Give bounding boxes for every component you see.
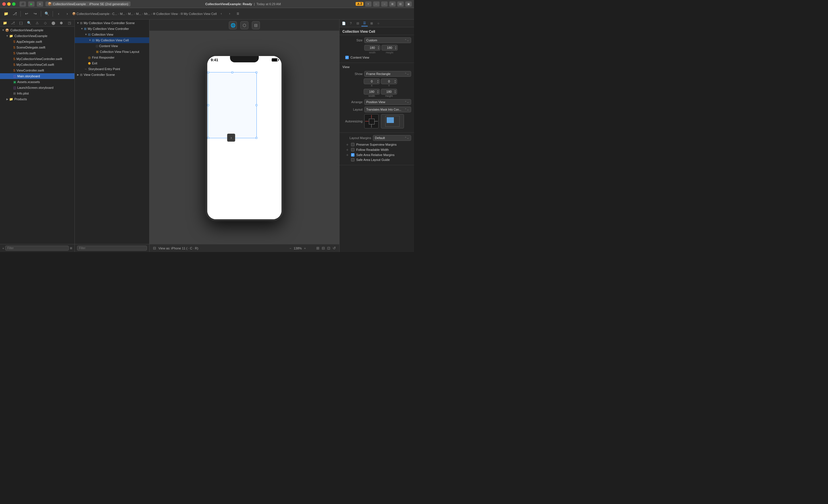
scene-item-2[interactable]: ▼ ⊟ Collection View [75,32,149,37]
stop-btn[interactable]: ■ [37,1,43,7]
safe-area-guide-checkbox[interactable] [351,158,355,162]
sidebar-filter-input[interactable] [5,246,69,250]
maximize-button[interactable] [12,2,15,6]
handle-tr[interactable] [256,72,257,73]
follow-readable-checkbox[interactable] [351,148,355,151]
y-down[interactable]: ▼ [394,81,396,83]
x-up[interactable]: ▲ [377,79,379,81]
device-icon[interactable]: ⊟ [153,246,156,250]
scene-item-3[interactable]: ▼ ⊟ My Collection View Cell [75,37,149,43]
breadcrumb-menu[interactable]: ☰ [234,10,242,17]
project-root[interactable]: ▼ 📦 CollectionViewExample [0,27,75,33]
add-btn[interactable]: + [365,1,371,7]
nav-icon-symbols[interactable]: { } [18,20,24,26]
file-appdelegate[interactable]: ▶ S AppDelegate.swift [0,39,75,45]
scene-item-9[interactable]: ▶ ⊞ View Controller Scene [75,72,149,78]
breadcrumb-item-2[interactable]: C... [112,12,117,15]
nav-forward-btn[interactable]: → [381,1,387,7]
plus-btn-2[interactable]: + [345,148,349,152]
undo-btn[interactable]: ↩ [23,10,30,17]
breadcrumb-item-1[interactable]: 📦 CollectionViewExample [72,12,110,15]
file-assets[interactable]: ▶ ▣ Assets.xcassets [0,79,75,85]
breadcrumb-item-7[interactable]: ⊞ Collection View [153,12,178,15]
scene-item-8[interactable]: ▶ → Storyboard Entry Point [75,66,149,72]
fit-icon[interactable]: ⊟ [322,246,325,250]
nav-icon-breakpoints[interactable]: ⬢ [59,20,64,26]
nav-next-btn[interactable]: › [64,10,71,17]
scene-item-4[interactable]: ▶ □ Content View [75,43,149,49]
update-icon[interactable]: ↺ [333,246,336,250]
x-field[interactable]: 0 ▲ ▼ [364,79,380,84]
nav-prev-btn[interactable]: ‹ [55,10,63,17]
view-height-up[interactable]: ▲ [394,90,396,92]
layout-select[interactable]: Translates Mask Into Con... ⌃⌄ [364,106,411,112]
breadcrumb-item-3[interactable]: M... [120,12,125,15]
handle-tl[interactable] [207,72,209,73]
size-width-down[interactable]: ▼ [377,48,379,50]
filter-options-icon[interactable]: ⊞ [70,246,72,250]
search-btn[interactable]: 🔍 [43,10,51,17]
canvas-main[interactable]: › 9:41 [150,31,339,244]
file-userinfo[interactable]: ▶ S UserInfo.swift [0,50,75,56]
warning-badge[interactable]: ⚠ 2 [356,2,363,6]
nav-icon-issues[interactable]: ⚠ [35,20,40,26]
sidebar-toggle-btn[interactable]: ⬛ [19,1,26,7]
minimize-button[interactable] [7,2,11,6]
cube-btn[interactable]: ⬡ [240,21,248,29]
scene-item-5[interactable]: ▶ ⊞ Collection View Flow Layout [75,49,149,55]
file-viewcontroller[interactable]: ▶ S ViewController.swift [0,67,75,73]
inspector-tab-quick[interactable]: ? [347,20,354,27]
scroll-arrow[interactable]: › [227,134,235,142]
nav-back-btn[interactable]: ← [373,1,379,7]
file-mainstoryboard[interactable]: ▶ ◫ Main.storyboard [0,73,75,79]
file-mycell[interactable]: ▶ S MyCollectionViewCell.swift [0,62,75,67]
folder-btn[interactable]: 📁 [2,10,10,17]
content-view-checkbox[interactable] [345,56,349,59]
handle-tm[interactable] [232,72,233,73]
align-icon[interactable]: ⊡ [327,246,330,250]
arrange-icon[interactable]: ⊞ [316,246,320,250]
breadcrumb-item-5[interactable]: M... [136,12,141,15]
close-button[interactable] [2,2,6,6]
inspector-btn[interactable]: ▣ [405,1,412,7]
handle-mr[interactable] [256,104,257,106]
y-field[interactable]: 0 ▲ ▼ [381,79,397,84]
size-height-stepper[interactable]: ▲ ▼ [395,46,397,50]
plus-btn-3[interactable]: + [345,153,349,157]
view-height-stepper[interactable]: ▲ ▼ [394,90,396,94]
nav-icon-debug[interactable]: ⬤ [51,20,56,26]
inspector-tab-connections[interactable]: ○ [375,20,381,27]
globe-btn[interactable]: 🌐 [229,21,237,29]
file-mycontroller[interactable]: ▶ S MyCollectionViewController.swift [0,56,75,62]
run-btn[interactable]: ▶ [28,1,35,7]
safe-area-relative-checkbox[interactable] [351,153,355,156]
scene-item-6[interactable]: ▶ ◎ First Responder [75,55,149,60]
scene-item-1[interactable]: ▼ ⊞ My Collection View Controller [75,26,149,32]
view-width-stepper[interactable]: ▲ ▼ [377,90,379,94]
card-btn[interactable]: ⊟ [252,21,260,29]
breadcrumb-nav-prev[interactable]: ‹ [218,10,225,17]
nav-icon-find[interactable]: 🔍 [27,20,32,26]
group-root[interactable]: ▼ 📁 CollectionViewExample [0,33,75,39]
nav-icon-tests[interactable]: ◇ [43,20,48,26]
x-down[interactable]: ▼ [377,81,379,83]
scene-item-7[interactable]: ▶ ⬢ Exit [75,60,149,66]
size-height-field[interactable]: 180 ▲ ▼ [381,45,398,51]
inspector-tab-size[interactable]: ⊞ [368,20,375,27]
preserve-superview-checkbox[interactable] [351,143,355,146]
redo-btn[interactable]: ↪ [31,10,39,17]
size-height-up[interactable]: ▲ [395,46,397,48]
size-width-field[interactable]: 180 ▲ ▼ [364,45,380,51]
nav-icon-folder[interactable]: 📁 [2,20,7,26]
file-infoplist[interactable]: ▶ ⊞ Info.plist [0,91,75,96]
y-up[interactable]: ▲ [394,79,396,81]
x-stepper[interactable]: ▲ ▼ [377,79,379,83]
products-group[interactable]: ▶ 📁 Products [0,96,75,102]
handle-br[interactable] [256,137,257,139]
editor-split-btn[interactable]: ⊟ [397,1,404,7]
zoom-minus-btn[interactable]: − [290,246,291,250]
editor-btn[interactable]: ⊞ [389,1,396,7]
plus-btn-1[interactable]: + [345,142,349,146]
breadcrumb-item-4[interactable]: M... [128,12,133,15]
zoom-plus-btn[interactable]: + [304,246,306,250]
